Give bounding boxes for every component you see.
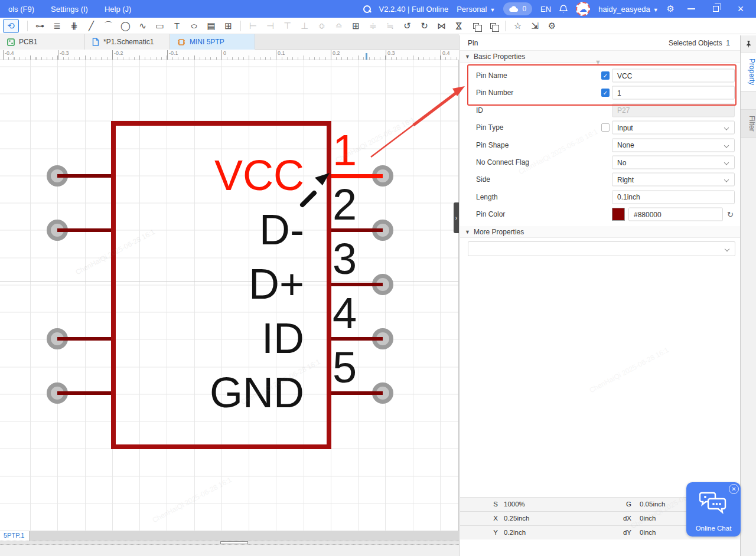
flip-v-button[interactable]: ⋈: [451, 19, 467, 33]
wizard-button[interactable]: ☆: [510, 19, 526, 33]
chevron-down-icon: ▼: [490, 7, 495, 13]
pin-name-label[interactable]: D+: [112, 263, 304, 305]
pin-list-tool[interactable]: ≣: [49, 19, 65, 33]
pin-number-label[interactable]: 1: [333, 129, 357, 172]
checkbox-pin-number[interactable]: ✓: [601, 89, 610, 97]
mouse-cursor: [294, 168, 335, 212]
settings-gear-icon[interactable]: ⚙: [667, 4, 674, 14]
document-tab-bar: PCB1*P1.Schematic1MINI 5PTP: [0, 34, 459, 50]
menu-item-1[interactable]: Settings (I): [43, 0, 96, 18]
minimize-button[interactable]: [683, 0, 699, 18]
align-center-v-button: ≎: [314, 19, 330, 33]
restore-button[interactable]: [708, 0, 724, 18]
refresh-icon[interactable]: ↻: [727, 210, 734, 219]
toolbar-separator: [240, 21, 241, 31]
left-pin-line[interactable]: [57, 228, 111, 232]
rect-tool[interactable]: ▭: [152, 19, 168, 33]
toolbar-settings-button[interactable]: ⚙: [544, 19, 560, 33]
bezier-tool[interactable]: ∿: [135, 19, 151, 33]
flip-h-button[interactable]: ⋈: [434, 19, 449, 33]
field-side[interactable]: Right: [612, 173, 735, 187]
user-dropdown[interactable]: haidy_easyeda▼: [598, 5, 658, 14]
pushpin-icon[interactable]: [745, 40, 752, 48]
wire-mode-tool[interactable]: ⟲: [3, 19, 19, 33]
cloud-usage-badge[interactable]: 0: [503, 2, 532, 15]
side-tab-property[interactable]: Property: [741, 52, 756, 91]
field-pin-number[interactable]: 1: [612, 86, 735, 100]
close-button[interactable]: ×: [732, 0, 749, 18]
left-pin-line[interactable]: [57, 391, 111, 395]
left-pin-line[interactable]: [57, 337, 111, 341]
field-id: P27: [612, 103, 735, 117]
chat-close-icon[interactable]: ✕: [729, 484, 739, 494]
export-button[interactable]: ⇲: [527, 19, 543, 33]
ruler-label: -0.2: [112, 50, 123, 60]
arc-tool[interactable]: ⌒: [100, 19, 116, 33]
sheet-tab[interactable]: 5PTP.1: [0, 531, 30, 541]
pin-number-label[interactable]: 3: [333, 237, 357, 281]
image-tool[interactable]: ▤: [203, 19, 219, 33]
ruler-label: -0.3: [58, 50, 69, 60]
search-icon[interactable]: [363, 5, 371, 13]
avatar[interactable]: ☁: [576, 2, 590, 16]
pin-name-label[interactable]: GND: [112, 371, 304, 414]
pin-name-label[interactable]: VCC: [112, 154, 304, 197]
rotate-ccw-button[interactable]: ↺: [399, 19, 415, 33]
property-label-side: Side: [476, 175, 490, 184]
pin-number-label[interactable]: 2: [333, 183, 357, 227]
scrollbar-thumb[interactable]: [220, 541, 248, 544]
left-pin-line[interactable]: [57, 174, 111, 178]
field-pin-color[interactable]: #880000: [628, 208, 723, 221]
horizontal-scrollbar[interactable]: [0, 541, 459, 545]
more-properties-section[interactable]: ▼ More Properties: [460, 226, 741, 238]
menu-item-0[interactable]: ols (F9): [0, 0, 43, 18]
checkbox-pin-name[interactable]: ✓: [601, 71, 610, 80]
ellipse-tool[interactable]: ○: [186, 19, 202, 33]
easyeda-app: ols (F9)Settings (I)Help (J) V2.2.40 | F…: [0, 0, 756, 556]
color-swatch[interactable]: [612, 208, 625, 221]
online-chat-widget[interactable]: ✕ Online Chat: [686, 482, 741, 537]
schematic-canvas[interactable]: 1VCC2D-3D+4ID5GND: [0, 60, 459, 531]
mode-dropdown[interactable]: Personal▼: [457, 5, 495, 14]
pin-name-label[interactable]: D-: [112, 208, 304, 251]
circle-tool[interactable]: ◯: [118, 19, 133, 33]
align-center-h-button: ≏: [331, 19, 347, 33]
pin-tool[interactable]: ⊶: [32, 19, 48, 33]
distribute-v-button: ≒: [382, 19, 398, 33]
panel-title: Pin: [468, 39, 478, 47]
drawing-toolbar: ⟲⊶≣⋕╱⌒◯∿▭T○▤⊞⊢⊣⊤⊥≎≏⊞≑≒↺↻⋈⋈☆⇲⚙: [0, 18, 756, 34]
field-no-connect-flag[interactable]: No: [612, 156, 735, 169]
property-label-no-connect-flag: No Connect Flag: [476, 158, 529, 166]
document-tab-mini5ptp[interactable]: MINI 5PTP: [170, 34, 255, 50]
line-tool[interactable]: ╱: [83, 19, 99, 33]
field-pin-shape[interactable]: None: [612, 138, 735, 152]
menu-items: ols (F9)Settings (I)Help (J): [0, 0, 139, 18]
ruler-label: 0.3: [386, 50, 395, 60]
pin-group-tool[interactable]: ⋕: [66, 19, 82, 33]
side-tab-filter[interactable]: Filter: [741, 109, 756, 138]
group-button[interactable]: [468, 19, 484, 33]
rotate-cw-button[interactable]: ↻: [416, 19, 432, 33]
scroll-hint-triangle: ▼: [595, 58, 601, 66]
more-properties-select[interactable]: [468, 241, 735, 256]
cloud-count: 0: [522, 5, 526, 13]
chevron-down-icon: [724, 125, 729, 130]
pin-number-label[interactable]: 5: [333, 346, 357, 390]
language-button[interactable]: EN: [540, 5, 551, 14]
document-tab-pcb1[interactable]: PCB1: [0, 34, 85, 50]
notification-bell-icon[interactable]: [559, 5, 568, 14]
field-length[interactable]: 0.1inch: [612, 190, 735, 204]
ungroup-button[interactable]: [485, 19, 501, 33]
checkbox-pin-type[interactable]: [601, 123, 610, 132]
grid-table-button[interactable]: ⊞: [348, 19, 364, 33]
field-pin-name[interactable]: VCC: [612, 69, 735, 83]
document-tab-p1schematic1[interactable]: *P1.Schematic1: [85, 34, 170, 50]
panel-collapse-handle[interactable]: ›: [454, 202, 459, 233]
menu-item-2[interactable]: Help (J): [96, 0, 140, 18]
table-tool[interactable]: ⊞: [220, 19, 236, 33]
pin-number-label[interactable]: 4: [333, 292, 357, 335]
field-pin-type[interactable]: Input: [612, 121, 735, 135]
pin-name-label[interactable]: ID: [112, 317, 304, 359]
text-tool[interactable]: T: [169, 19, 185, 33]
property-panel: Pin Selected Objects 1 ▼ Basic Propertie…: [460, 35, 740, 556]
